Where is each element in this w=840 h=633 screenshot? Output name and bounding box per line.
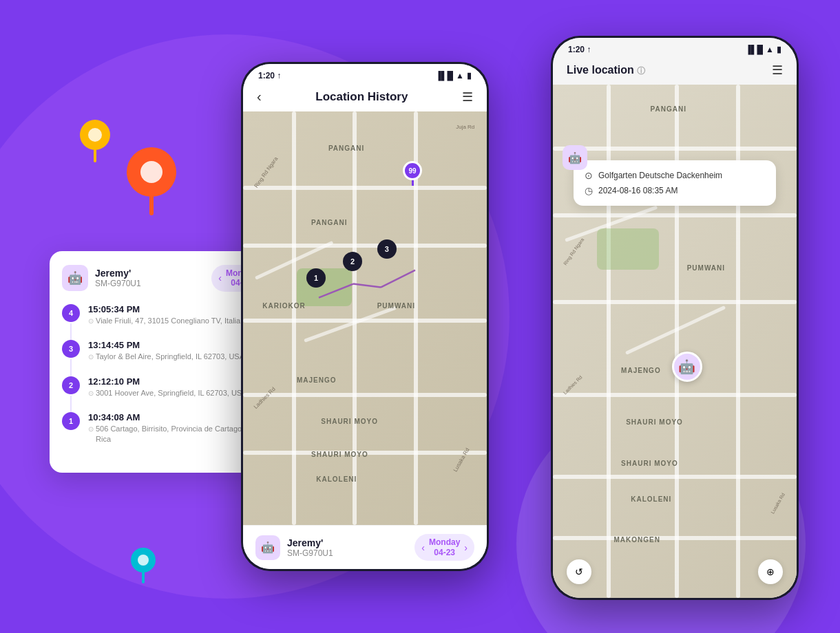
- step-3: 3: [62, 340, 80, 358]
- bottom-date-prev-middle[interactable]: ‹: [421, 542, 425, 553]
- item-4-time: 15:05:34 PM: [88, 304, 240, 314]
- map-rlabel-shauri: SHAURI MOYO: [626, 418, 683, 426]
- map-pin-99: 99: [401, 161, 423, 187]
- step-2: 2: [62, 376, 80, 394]
- item-4-addr: ⊙ Viale Friuli, 47, 31015 Conegliano TV,…: [88, 316, 240, 326]
- status-bar-right: 1:20 ↑ ▐▌█ ▲ ▮: [553, 38, 797, 57]
- svg-line-8: [381, 270, 415, 288]
- status-bar-middle: 1:20 ↑ ▐▌█ ▲ ▮: [243, 64, 487, 83]
- map-rlabel-shauri2: SHAURI MOYO: [621, 460, 678, 467]
- popup-location-name: Golfgarten Deutsche Dackenheim: [598, 171, 722, 180]
- device-info-left: Jeremy' SM-G970U1: [95, 268, 211, 288]
- bottom-avatar-middle: 🤖: [255, 535, 280, 560]
- app-title-middle: Location History: [315, 90, 408, 104]
- map-rlabel-majengo: MAJENGO: [621, 367, 661, 374]
- svg-line-7: [353, 284, 381, 288]
- bottom-device-model-middle: SM-G970U1: [287, 548, 333, 558]
- route-svg: [243, 111, 487, 525]
- signal-bars-right: ▐▌█: [746, 45, 764, 54]
- status-icons-right: ▐▌█ ▲ ▮: [746, 45, 781, 54]
- item-2-addr: ⊙ 3001 Hoover Ave, Springfield, IL 62703…: [88, 388, 247, 398]
- popup-avatar-right: 🤖: [563, 145, 587, 170]
- history-card-header: 🤖 Jeremy' SM-G970U1 ‹ Monday04-23 ›: [62, 265, 271, 292]
- popup-timestamp: 2024-08-16 08:35 AM: [598, 186, 678, 195]
- history-item-4: 4 15:05:34 PM ⊙ Viale Friuli, 47, 31015 …: [62, 304, 271, 326]
- history-item-3: 3 13:14:45 PM ⊙ Taylor & Bel Aire, Sprin…: [62, 340, 271, 362]
- map-area-right: 🤖 ⊙ Golfgarten Deutsche Dackenheim ◷ 202…: [553, 85, 797, 598]
- app-header-middle: ‹ Location History ☰: [243, 83, 487, 111]
- battery-right: ▮: [777, 45, 781, 54]
- road-label-juja: Juja Rd: [456, 124, 474, 130]
- wifi-icon-right: ▲: [766, 45, 774, 54]
- back-button-middle[interactable]: ‹: [257, 89, 262, 105]
- history-item-1: 1 10:34:08 AM ⊙ 506 Cartago, Birrisito, …: [62, 412, 271, 445]
- svg-line-6: [319, 284, 353, 298]
- app-title-right: Live location ⓘ: [567, 64, 645, 77]
- date-prev-left[interactable]: ‹: [218, 272, 222, 283]
- app-header-right: Live location ⓘ ☰: [553, 57, 797, 85]
- pin-count-99: 99: [403, 161, 422, 180]
- bottom-device-info-middle: Jeremy' SM-G970U1: [287, 537, 333, 558]
- step-1: 1: [62, 412, 80, 430]
- pin-tail-99: [412, 180, 414, 186]
- location-pin-icon: ⊙: [585, 170, 593, 181]
- item-3-addr: ⊙ Taylor & Bel Aire, Springfield, IL 627…: [88, 352, 244, 362]
- loc-icon-1: ⊙: [88, 425, 94, 434]
- step-4: 4: [62, 304, 80, 322]
- map-rlabel-pumwani: PUMWANI: [687, 264, 725, 272]
- history-list: 4 15:05:34 PM ⊙ Viale Friuli, 47, 31015 …: [62, 304, 271, 445]
- bottom-device-middle: 🤖 Jeremy' SM-G970U1: [255, 535, 333, 560]
- pin-teal: [127, 546, 159, 585]
- device-name-left: Jeremy': [95, 268, 211, 279]
- bottom-date-label-middle: Monday04-23: [429, 537, 460, 557]
- item-2-content: 12:12:10 PM ⊙ 3001 Hoover Ave, Springfie…: [88, 376, 247, 398]
- signal-bars-middle: ▐▌█: [436, 71, 454, 81]
- svg-point-5: [138, 555, 149, 566]
- item-4-content: 15:05:34 PM ⊙ Viale Friuli, 47, 31015 Co…: [88, 304, 240, 326]
- svg-point-1: [88, 128, 102, 142]
- header-left-middle: ‹: [257, 89, 262, 105]
- item-2-time: 12:12:10 PM: [88, 376, 247, 387]
- map-rlabel-makongen: MAKONGEN: [614, 536, 660, 544]
- popup-time-row: ◷ 2024-08-16 08:35 AM: [585, 185, 765, 196]
- map-pin-3: 3: [377, 239, 397, 259]
- phone-right: 1:20 ↑ ▐▌█ ▲ ▮ Live location ⓘ ☰: [551, 36, 799, 600]
- live-location-popup: ⊙ Golfgarten Deutsche Dackenheim ◷ 2024-…: [574, 160, 776, 206]
- loc-icon-3: ⊙: [88, 352, 94, 362]
- phone-right-inner: 1:20 ↑ ▐▌█ ▲ ▮ Live location ⓘ ☰: [553, 38, 797, 598]
- clock-icon: ◷: [585, 185, 593, 196]
- pin-orange: [120, 144, 182, 216]
- battery-middle: ▮: [467, 71, 472, 81]
- bottom-device-name-middle: Jeremy': [287, 537, 333, 548]
- item-3-content: 13:14:45 PM ⊙ Taylor & Bel Aire, Springf…: [88, 340, 244, 362]
- phone-middle-inner: 1:20 ↑ ▐▌█ ▲ ▮ ‹ Location History ☰: [243, 64, 487, 569]
- status-icons-middle: ▐▌█ ▲ ▮: [436, 71, 472, 81]
- device-model-left: SM-G970U1: [95, 279, 211, 288]
- location-fab[interactable]: ⊕: [758, 559, 783, 584]
- refresh-fab[interactable]: ↺: [567, 559, 591, 584]
- menu-icon-right[interactable]: ☰: [772, 63, 783, 78]
- phone-middle: 1:20 ↑ ▐▌█ ▲ ▮ ‹ Location History ☰: [241, 62, 489, 571]
- time-right: 1:20 ↑: [568, 45, 591, 54]
- pin-yellow: [76, 117, 114, 162]
- time-middle: 1:20 ↑: [258, 71, 281, 81]
- history-item-2: 2 12:12:10 PM ⊙ 3001 Hoover Ave, Springf…: [62, 376, 271, 398]
- avatar-left: 🤖: [62, 265, 88, 291]
- bottom-date-nav-middle[interactable]: ‹ Monday04-23 ›: [414, 534, 474, 561]
- svg-point-3: [140, 161, 162, 183]
- popup-location-row: ⊙ Golfgarten Deutsche Dackenheim: [585, 170, 765, 181]
- item-3-time: 13:14:45 PM: [88, 340, 244, 350]
- map-rlabel-pangani: PANGANI: [651, 105, 686, 113]
- wifi-icon-middle: ▲: [456, 71, 464, 81]
- park-area-right: [597, 228, 659, 270]
- info-icon-right: ⓘ: [637, 66, 645, 76]
- map-monster-avatar-right: 🤖: [672, 352, 702, 382]
- map-area-middle: PANGANI PANGANI KARIOKOR PUMWANI MAJENGO…: [243, 111, 487, 525]
- menu-icon-middle[interactable]: ☰: [462, 89, 473, 105]
- map-rlabel-kaloleni: KALOLENI: [631, 495, 671, 503]
- loc-icon-2: ⊙: [88, 389, 94, 398]
- bottom-date-next-middle[interactable]: ›: [464, 542, 468, 553]
- bottom-bar-middle: 🤖 Jeremy' SM-G970U1 ‹ Monday04-23 ›: [243, 525, 487, 569]
- loc-icon-4: ⊙: [88, 316, 94, 326]
